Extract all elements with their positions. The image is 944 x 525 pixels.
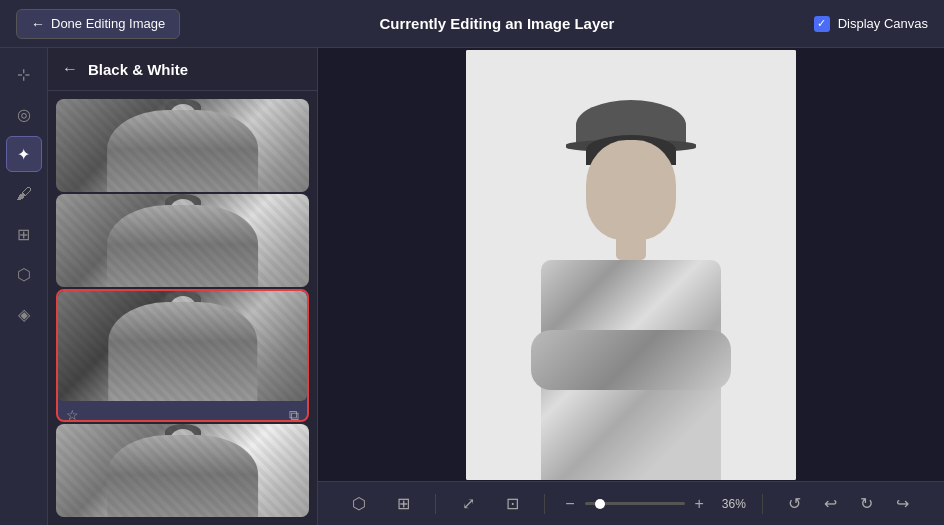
filter-thumbnail-bw2	[56, 194, 309, 287]
app-header: ← Done Editing Image Currently Editing a…	[0, 0, 944, 48]
filter-header: ← Black & White	[48, 48, 317, 91]
child-head-3	[169, 296, 197, 324]
filter-back-button[interactable]: ←	[62, 60, 78, 78]
selected-filter-controls: ☆ ⧉ ⊹ ✕ ✓	[58, 401, 307, 422]
zoom-in-button[interactable]: +	[691, 491, 708, 517]
filter-thumbnail-bw1	[56, 99, 309, 192]
adjustments-icon[interactable]: ⊹	[6, 56, 42, 92]
zoom-out-button[interactable]: −	[561, 491, 578, 517]
done-label: Done Editing Image	[51, 16, 165, 31]
crop-icon[interactable]: ⊡	[496, 488, 528, 520]
filter-panel-title: Black & White	[88, 61, 188, 78]
child-hat-3	[165, 291, 201, 307]
icon-sidebar: ⊹ ◎ ✦ 🖌 ⊞ ⬡ ◈	[0, 48, 48, 525]
zoom-percentage: 36%	[714, 497, 746, 511]
canvas-content	[318, 48, 944, 481]
undo-redo-controls: ↺ ↩ ↻ ↪	[779, 488, 919, 520]
display-canvas-label: Display Canvas	[838, 16, 928, 31]
zoom-slider[interactable]	[585, 502, 685, 505]
display-canvas-checkbox[interactable]: ✓	[814, 16, 830, 32]
boy-neck	[616, 230, 646, 260]
display-canvas-toggle[interactable]: ✓ Display Canvas	[814, 16, 928, 32]
toolbar-divider-1	[435, 494, 436, 514]
image-preview	[466, 50, 796, 480]
canvas-area: ⬡ ⊞ ⤢ ⊡ − + 36% ↺ ↩ ↻ ↪	[318, 48, 944, 525]
bw-photo-4	[56, 424, 309, 517]
toolbar-divider-2	[544, 494, 545, 514]
undo2-button[interactable]: ↩	[815, 488, 847, 520]
redo-button[interactable]: ↻	[851, 488, 883, 520]
mask-icon[interactable]: ⬡	[6, 256, 42, 292]
child-figure-1	[107, 110, 259, 192]
filter-item-bw2[interactable]: Black & White 2	[56, 194, 309, 287]
child-hat-4	[165, 424, 201, 440]
zoom-controls: − + 36%	[561, 491, 746, 517]
child-figure-2	[107, 205, 259, 287]
effects-icon[interactable]: ✦	[6, 136, 42, 172]
child-head-4	[169, 429, 197, 457]
filter-thumbnail-bw3	[58, 291, 307, 401]
scene-icon[interactable]: ⬡	[343, 488, 375, 520]
header-title: Currently Editing an Image Layer	[180, 15, 813, 32]
boy-image	[466, 50, 796, 480]
filter-panel: ← Black & White Black & White 1	[48, 48, 318, 525]
filter-item-bw4[interactable]: Black & White 4	[56, 424, 309, 517]
main-content: ⊹ ◎ ✦ 🖌 ⊞ ⬡ ◈ ← Black & White Black	[0, 48, 944, 525]
back-arrow-icon: ←	[31, 16, 45, 32]
grid-icon[interactable]: ⊞	[387, 488, 419, 520]
toolbar-divider-3	[762, 494, 763, 514]
done-editing-button[interactable]: ← Done Editing Image	[16, 9, 180, 39]
star-icon[interactable]: ☆	[66, 407, 79, 422]
child-figure-3	[108, 302, 257, 401]
filter-item-bw3[interactable]: ☆ ⧉ ⊹ ✕ ✓	[56, 289, 309, 422]
child-head-2	[169, 199, 197, 227]
boy-head	[586, 140, 676, 240]
child-hat-2	[165, 194, 201, 210]
undo-button[interactable]: ↺	[779, 488, 811, 520]
filter-thumbnail-bw4	[56, 424, 309, 517]
eye-icon[interactable]: ◎	[6, 96, 42, 132]
zoom-slider-thumb[interactable]	[595, 499, 605, 509]
filter-list: Black & White 1 Black & White 2	[48, 91, 317, 525]
bw-photo-3	[58, 291, 307, 401]
paint-icon[interactable]: 🖌	[6, 176, 42, 212]
bw-photo-2	[56, 194, 309, 287]
boy-arms	[531, 330, 731, 390]
redo2-button[interactable]: ↪	[887, 488, 919, 520]
bw-photo-1	[56, 99, 309, 192]
child-figure-4	[107, 435, 259, 517]
layers-icon[interactable]: ⊞	[6, 216, 42, 252]
controls-top: ☆ ⧉	[66, 407, 299, 422]
copy-icon[interactable]: ⧉	[289, 407, 299, 422]
bottom-toolbar: ⬡ ⊞ ⤢ ⊡ − + 36% ↺ ↩ ↻ ↪	[318, 481, 944, 525]
boy-body	[531, 160, 731, 480]
fit-screen-icon[interactable]: ⤢	[452, 488, 484, 520]
child-hat-1	[165, 99, 201, 115]
shape-icon[interactable]: ◈	[6, 296, 42, 332]
child-head-1	[169, 104, 197, 132]
filter-item-bw1[interactable]: Black & White 1	[56, 99, 309, 192]
